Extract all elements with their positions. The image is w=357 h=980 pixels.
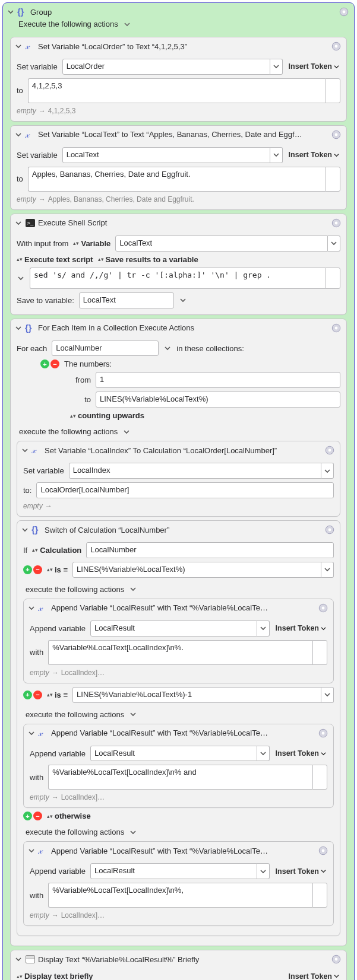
chevron-down-icon[interactable] [14,42,23,50]
insert-token-button[interactable]: Insert Token [288,151,340,159]
variable-name-input[interactable] [62,147,270,163]
save-mode-popup[interactable]: ▴▾Save results to a variable [98,255,198,264]
plus-icon[interactable]: + [23,812,32,820]
plus-icon[interactable]: + [23,691,32,699]
gear-icon[interactable] [331,218,342,228]
chevron-down-icon[interactable] [17,274,25,282]
chevron-down-icon[interactable] [14,219,23,227]
save-variable-input[interactable] [79,292,174,308]
action-header[interactable]: 𝓍 Set Variable “LocalText” to Text “Appl… [11,126,346,141]
add-remove-case[interactable]: + − [23,691,42,699]
input-source-popup[interactable]: ▴▾Variable [73,239,110,248]
chevron-down-icon[interactable] [27,729,36,737]
gear-icon[interactable] [318,603,328,613]
chevron-down-icon[interactable] [21,526,29,534]
insert-token-button[interactable]: Insert Token [288,62,340,71]
display-mode-popup[interactable]: ▴▾Display text briefly [17,972,93,980]
chevron-down-icon[interactable] [27,604,36,612]
gear-icon[interactable] [331,129,342,140]
action-header[interactable]: 𝓍 Append Variable “LocalResult” with Tex… [24,599,333,615]
svg-point-25 [322,731,325,734]
plus-icon[interactable]: + [23,565,32,574]
add-remove-collection[interactable]: + − [40,359,59,368]
comparator-popup[interactable]: ▴▾is = [47,691,68,699]
action-header[interactable]: Display Text “%Variable%LocalResult%” Br… [11,950,346,966]
insert-token-button[interactable]: Insert Token [274,624,327,632]
chevron-down-icon[interactable] [321,463,334,479]
action-header[interactable]: 𝓍 Append Variable “LocalResult” with Tex… [24,842,333,857]
chevron-down-icon[interactable] [257,621,270,637]
chevron-down-icon[interactable] [122,428,131,436]
chevron-down-icon[interactable] [14,324,23,332]
calculation-input[interactable] [86,542,334,558]
group-header[interactable]: {} Group [3,3,354,18]
minus-icon[interactable]: − [33,691,42,699]
plus-icon[interactable]: + [40,359,49,368]
chevron-down-icon[interactable] [129,828,137,836]
variable-name-input[interactable] [90,863,257,879]
chevron-down-icon[interactable] [14,955,23,963]
value-textarea[interactable] [28,78,326,103]
loop-variable-input[interactable] [52,341,159,357]
script-source-popup[interactable]: ▴▾Execute text script [17,255,93,264]
chevron-down-icon[interactable] [328,236,340,252]
gear-icon[interactable] [331,41,342,52]
condition-type-popup[interactable]: ▴▾Calculation [32,546,81,555]
chevron-down-icon[interactable] [27,847,36,855]
case-value-input[interactable] [72,687,321,703]
chevron-down-icon[interactable] [129,710,137,718]
chevron-down-icon[interactable] [163,344,172,352]
otherwise-popup[interactable]: ▴▾otherwise [47,812,91,820]
chevron-down-icon[interactable] [270,59,283,75]
action-header[interactable]: {} For Each Item in a Collection Execute… [11,319,346,335]
minus-icon[interactable]: − [50,359,59,368]
from-input[interactable] [96,372,340,388]
chevron-down-icon[interactable] [321,687,334,703]
action-header[interactable]: 𝓍 Set Variable “LocalIndex” To Calculati… [17,441,340,457]
chevron-down-icon[interactable] [21,446,29,454]
add-remove-case[interactable]: + − [23,812,42,820]
insert-token-button[interactable]: Insert Token [274,867,327,876]
case-value-input[interactable] [72,562,321,578]
counting-direction-popup[interactable]: ▴▾counting upwards [70,411,144,420]
insert-token-button[interactable]: Insert Token [274,749,327,758]
action-header[interactable]: 𝓍 Append Variable “LocalResult” with Tex… [24,724,333,740]
calculation-input[interactable] [36,482,334,498]
value-textarea[interactable] [28,167,326,192]
chevron-down-icon[interactable] [123,20,131,28]
chevron-down-icon[interactable] [257,746,270,762]
variable-name-input[interactable] [69,463,321,479]
append-variable-label: Append variable [30,867,86,876]
action-header[interactable]: 𝓍 Set Variable “LocalOrder” to Text “4,1… [11,37,346,53]
variable-name-input[interactable] [62,59,270,75]
insert-token-button[interactable]: Insert Token [288,972,340,980]
minus-icon[interactable]: − [33,565,42,574]
variable-name-input[interactable] [90,746,257,762]
chevron-down-icon[interactable] [257,863,270,879]
action-header[interactable]: >_ Execute Shell Script [11,214,346,230]
gear-icon[interactable] [339,7,349,17]
value-textarea[interactable] [48,640,312,665]
gear-icon[interactable] [324,524,335,535]
gear-icon[interactable] [331,954,342,965]
chevron-down-icon[interactable] [179,296,187,304]
gear-icon[interactable] [318,728,328,739]
script-textarea[interactable] [30,268,326,289]
chevron-down-icon[interactable] [7,8,15,16]
action-header[interactable]: {} Switch of Calculation “LocalNumber” [17,521,340,536]
chevron-down-icon[interactable] [270,147,283,163]
minus-icon[interactable]: − [33,812,42,820]
chevron-down-icon[interactable] [129,585,137,593]
value-textarea[interactable] [48,765,312,790]
gear-icon[interactable] [331,323,342,333]
chevron-down-icon[interactable] [321,562,334,578]
add-remove-case[interactable]: + − [23,565,42,574]
variable-name-input[interactable] [90,621,257,637]
comparator-popup[interactable]: ▴▾is = [47,565,68,574]
input-variable-input[interactable] [115,236,328,252]
value-textarea[interactable] [48,883,312,908]
gear-icon[interactable] [318,845,328,856]
chevron-down-icon[interactable] [14,131,23,139]
to-input[interactable] [96,392,340,408]
gear-icon[interactable] [324,445,335,456]
